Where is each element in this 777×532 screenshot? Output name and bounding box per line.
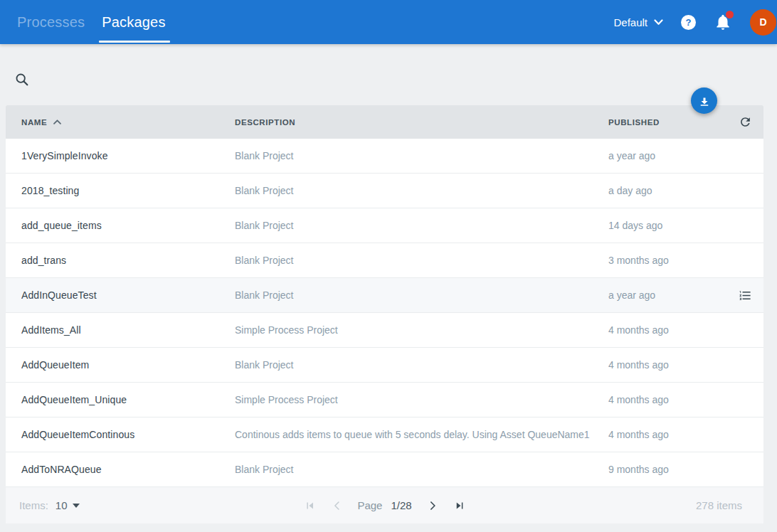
- package-name: AddInQueueTest: [21, 289, 235, 301]
- row-actions: [739, 289, 752, 302]
- caret-down-icon: [73, 504, 80, 508]
- refresh-icon: [739, 115, 752, 129]
- package-name: AddQueueItem: [21, 359, 235, 371]
- notifications-button[interactable]: [714, 13, 732, 31]
- last-page-button[interactable]: [453, 499, 466, 512]
- package-published: 9 months ago: [608, 464, 712, 475]
- package-description: Blank Project: [235, 255, 608, 266]
- items-per-page-select[interactable]: 10: [56, 499, 80, 511]
- package-published: 4 months ago: [608, 429, 712, 440]
- packages-table: NAME DESCRIPTION PUBLISHED 1VerySimpleIn…: [6, 105, 763, 523]
- search-icon: [14, 72, 30, 87]
- table-row[interactable]: AddQueueItem_Unique Simple Process Proje…: [6, 383, 763, 417]
- last-page-icon: [453, 499, 466, 512]
- package-published: a year ago: [608, 289, 712, 301]
- tab-processes[interactable]: Processes: [17, 0, 85, 44]
- package-description: Blank Project: [235, 150, 608, 161]
- tab-packages[interactable]: Packages: [102, 0, 165, 44]
- column-header-description[interactable]: DESCRIPTION: [235, 118, 608, 127]
- package-name: AddToNRAQueue: [21, 464, 235, 475]
- package-name: AddItems_All: [21, 324, 235, 336]
- package-description: Blank Project: [235, 289, 608, 301]
- column-header-name[interactable]: NAME: [21, 118, 235, 127]
- table-row[interactable]: add_queue_items Blank Project 14 days ag…: [6, 208, 763, 243]
- table-header-row: NAME DESCRIPTION PUBLISHED: [6, 105, 763, 139]
- package-versions-button[interactable]: [739, 289, 752, 302]
- column-header-name-label: NAME: [21, 118, 47, 127]
- package-name: add_queue_items: [21, 220, 235, 231]
- items-per-page-value: 10: [56, 499, 68, 511]
- page-indicator-value: 1/28: [391, 499, 411, 511]
- items-per-page-group: Items: 10: [19, 499, 80, 511]
- notification-badge-icon: [726, 11, 734, 18]
- package-name: 2018_testing: [21, 185, 235, 196]
- chevron-down-icon: [654, 19, 663, 26]
- package-published: 4 months ago: [608, 324, 712, 336]
- question-mark-icon: ?: [686, 18, 692, 27]
- total-items-count: 278 items: [696, 499, 742, 511]
- package-published: 4 months ago: [608, 394, 712, 405]
- help-button[interactable]: ?: [681, 15, 696, 30]
- package-name: AddQueueItem_Unique: [21, 394, 235, 405]
- topbar-actions: Default ? D: [613, 0, 777, 44]
- first-page-button[interactable]: [303, 499, 316, 512]
- refresh-button[interactable]: [739, 115, 752, 129]
- table-row[interactable]: AddQueueItem Blank Project 4 months ago: [6, 348, 763, 383]
- tenant-label: Default: [613, 16, 648, 28]
- upload-icon: [698, 95, 711, 107]
- package-description: Blank Project: [235, 185, 608, 196]
- sort-ascending-icon: [53, 119, 61, 124]
- package-description: Continous adds items to queue with 5 sec…: [235, 429, 608, 440]
- main-tabs: Processes Packages: [0, 0, 183, 44]
- package-name: AddQueueItemContinous: [21, 429, 235, 440]
- table-row[interactable]: 2018_testing Blank Project a day ago: [6, 174, 763, 208]
- page-label: Page: [357, 499, 382, 511]
- package-published: a day ago: [608, 185, 712, 196]
- avatar[interactable]: D: [750, 9, 776, 36]
- package-published: 4 months ago: [608, 359, 712, 371]
- items-per-page-label: Items:: [19, 499, 48, 511]
- table-header-actions: [739, 115, 752, 129]
- chevron-left-icon: [331, 500, 342, 511]
- top-navigation-bar: Processes Packages Default ? D: [0, 0, 777, 44]
- tenant-selector[interactable]: Default: [613, 16, 663, 28]
- package-name: add_trans: [21, 255, 235, 266]
- numbered-list-icon: [739, 289, 752, 302]
- table-row[interactable]: AddQueueItemContinous Continous adds ite…: [6, 417, 763, 452]
- package-description: Simple Process Project: [235, 324, 608, 336]
- previous-page-button[interactable]: [331, 500, 342, 511]
- table-row[interactable]: AddItems_All Simple Process Project 4 mo…: [6, 313, 763, 348]
- package-published: 14 days ago: [608, 220, 712, 231]
- package-description: Blank Project: [235, 464, 608, 475]
- package-description: Simple Process Project: [235, 394, 608, 405]
- table-row[interactable]: add_trans Blank Project 3 months ago: [6, 243, 763, 278]
- first-page-icon: [303, 499, 316, 512]
- package-description: Blank Project: [235, 359, 608, 371]
- column-header-published[interactable]: PUBLISHED: [608, 118, 712, 127]
- table-footer: Items: 10 Page: [6, 487, 763, 523]
- pagination: Page 1/28: [303, 499, 465, 512]
- next-page-button[interactable]: [427, 500, 438, 511]
- table-row[interactable]: 1VerySimpleInvoke Blank Project a year a…: [6, 139, 763, 174]
- chevron-right-icon: [427, 500, 438, 511]
- packages-page: Processes Packages Default ? D: [0, 0, 777, 532]
- table-row[interactable]: AddToNRAQueue Blank Project 9 months ago: [6, 452, 763, 487]
- package-name: 1VerySimpleInvoke: [21, 150, 235, 161]
- table-row[interactable]: AddInQueueTest Blank Project a year ago: [6, 278, 763, 313]
- search-button[interactable]: [14, 72, 30, 87]
- page-indicator-group: Page 1/28: [357, 499, 411, 511]
- package-description: Blank Project: [235, 220, 608, 231]
- package-published: a year ago: [608, 150, 712, 161]
- upload-package-button[interactable]: [691, 87, 717, 114]
- package-published: 3 months ago: [608, 255, 712, 266]
